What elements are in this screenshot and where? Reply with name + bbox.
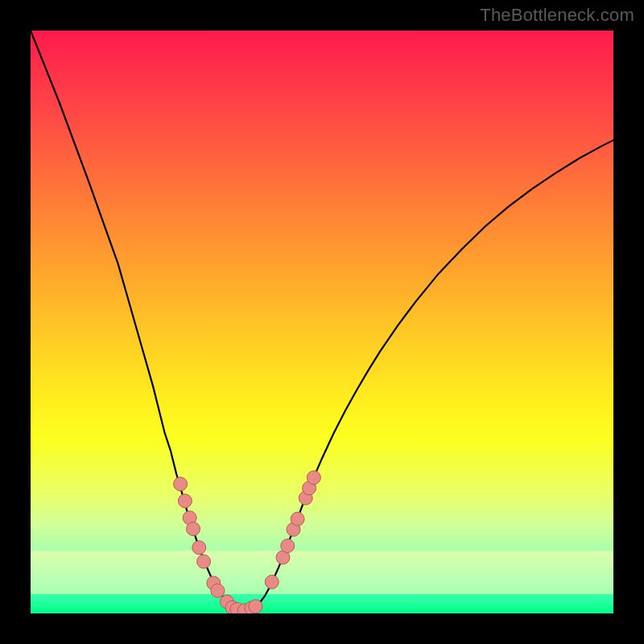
data-marker bbox=[291, 512, 304, 526]
data-marker bbox=[281, 539, 295, 553]
data-marker bbox=[178, 494, 192, 508]
curve-layer bbox=[31, 31, 613, 613]
chart-container: TheBottleneck.com bbox=[0, 0, 644, 644]
data-marker bbox=[197, 555, 211, 568]
data-marker bbox=[192, 541, 206, 555]
data-marker bbox=[211, 584, 225, 597]
data-marker bbox=[187, 522, 200, 536]
data-marker bbox=[307, 471, 320, 485]
watermark-text: TheBottleneck.com bbox=[480, 5, 634, 26]
plot-area bbox=[31, 31, 613, 613]
data-marker bbox=[265, 575, 279, 588]
data-marker bbox=[174, 477, 188, 491]
data-marker bbox=[249, 600, 262, 613]
